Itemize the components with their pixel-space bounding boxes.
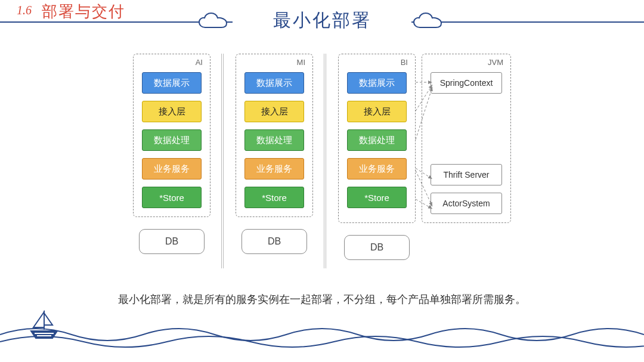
box-label: MI (297, 58, 305, 67)
slide-caption: 最小化部署，就是所有的服务实例在一起部署，不分组，每个产品单独部署所需服务。 (0, 292, 644, 307)
layer-process: 数据处理 (347, 129, 407, 151)
cloud-icon (197, 12, 229, 31)
layer-access: 接入层 (142, 101, 202, 122)
db-box: DB (242, 229, 307, 254)
jvm-spring-context: SpringContext (431, 72, 502, 94)
stack-box-bi: BI 数据展示 接入层 数据处理 业务服务 *Store (338, 54, 416, 223)
stack-box-ai: AI 数据展示 接入层 数据处理 业务服务 *Store (133, 54, 210, 217)
box-label: JVM (488, 58, 503, 67)
layer-display: 数据展示 (347, 72, 407, 94)
stack-box-mi: MI 数据展示 接入层 数据处理 业务服务 *Store (236, 54, 313, 217)
layer-service: 业务服务 (347, 158, 407, 180)
main-title: 最小化部署 (0, 8, 644, 33)
jvm-thrift-server: Thrift Server (431, 164, 502, 185)
sailboat-icon (26, 307, 62, 343)
separator (221, 54, 225, 280)
box-label: AI (196, 58, 203, 67)
layer-store: *Store (347, 187, 407, 208)
separator (324, 54, 327, 280)
slide-header: 1.6 部署与交付 最小化部署 (0, 0, 644, 42)
layer-display: 数据展示 (142, 72, 202, 94)
wave-decoration (0, 317, 644, 352)
column-ai: AI 数据展示 接入层 数据处理 业务服务 *Store DB (133, 54, 210, 280)
column-bi: BI 数据展示 接入层 数据处理 业务服务 *Store JVM SpringC… (338, 54, 511, 280)
layer-access: 接入层 (244, 101, 304, 122)
layer-process: 数据处理 (142, 129, 202, 151)
cloud-icon (411, 12, 444, 31)
jvm-box: JVM SpringContext Thrift Server ActorSys… (422, 54, 511, 223)
layer-store: *Store (244, 187, 304, 208)
layer-display: 数据展示 (244, 72, 304, 94)
jvm-actor-system: ActorSystem (431, 193, 502, 214)
db-box: DB (139, 229, 205, 254)
box-label: BI (401, 58, 408, 67)
layer-service: 业务服务 (142, 158, 202, 180)
layer-access: 接入层 (347, 101, 407, 122)
column-mi: MI 数据展示 接入层 数据处理 业务服务 *Store DB (236, 54, 313, 280)
diagram-area: AI 数据展示 接入层 数据处理 业务服务 *Store DB MI 数据展示 … (0, 54, 644, 280)
layer-store: *Store (142, 187, 202, 208)
db-box: DB (344, 235, 410, 260)
layer-process: 数据处理 (244, 129, 304, 151)
layer-service: 业务服务 (244, 158, 304, 180)
